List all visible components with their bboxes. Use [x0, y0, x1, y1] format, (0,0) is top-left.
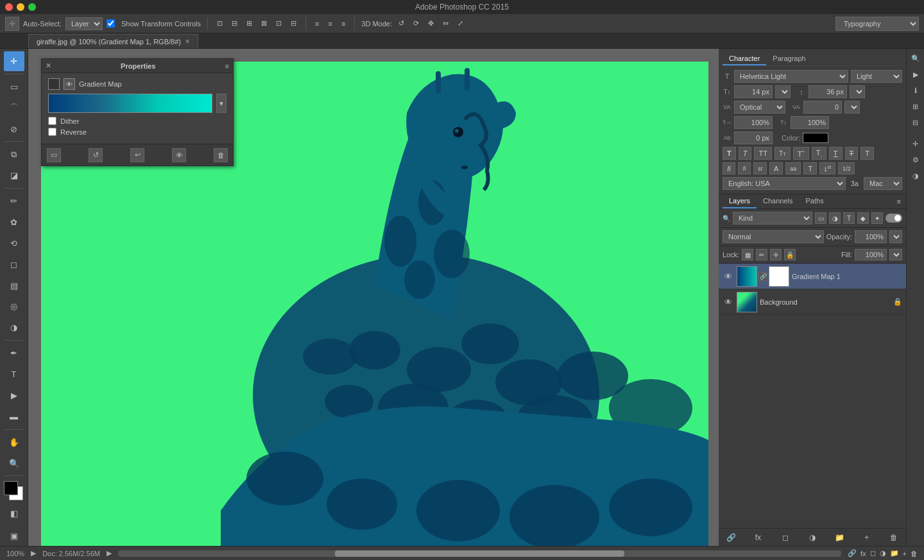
add-style-btn[interactable]: ▭: [47, 148, 61, 162]
rstrip-adjust-icon[interactable]: ◑: [909, 169, 923, 183]
foreground-color-swatch[interactable]: [4, 481, 18, 495]
3d-pan-btn[interactable]: ✥: [425, 18, 436, 29]
filter-adj-btn[interactable]: ◑: [829, 212, 841, 224]
visibility-btn[interactable]: 👁: [172, 148, 186, 162]
properties-panel-menu[interactable]: ≡: [225, 62, 229, 70]
clone-tool[interactable]: ✿: [4, 212, 24, 232]
opacity-unit[interactable]: ▼: [889, 230, 902, 243]
undo-btn[interactable]: ↩: [130, 148, 144, 162]
rstrip-move-icon[interactable]: ✛: [909, 137, 923, 151]
kerning-select[interactable]: Optical: [734, 101, 785, 114]
layer-visibility-gradient-map[interactable]: 👁: [723, 271, 734, 282]
tab-paths[interactable]: Paths: [800, 194, 830, 208]
align-middle-btn[interactable]: ⊡: [273, 18, 284, 29]
status-fx-btn[interactable]: fx: [860, 550, 866, 557]
document-tab[interactable]: giraffe.jpg @ 100% (Gradient Map 1, RGB/…: [28, 34, 198, 48]
gradient-bar[interactable]: [48, 94, 212, 113]
lasso-tool[interactable]: ⌒: [4, 98, 24, 118]
align-center-btn[interactable]: ⊟: [229, 18, 240, 29]
new-fill-btn[interactable]: ◑: [805, 530, 819, 545]
gradient-tool[interactable]: ▤: [4, 276, 24, 296]
font-family-select[interactable]: Helvetica Light: [734, 70, 848, 83]
dodge-tool[interactable]: ◑: [4, 318, 24, 337]
gradient-expand-btn[interactable]: ▼: [216, 94, 227, 113]
align-left-btn[interactable]: ⊡: [214, 18, 225, 29]
rotate-btn[interactable]: T: [860, 147, 874, 160]
status-folder-btn[interactable]: 📁: [890, 549, 899, 557]
scrollbar-thumb[interactable]: [335, 550, 624, 557]
ligature-fi2-btn[interactable]: fi: [738, 162, 751, 174]
3d-slide-btn[interactable]: ⇔: [440, 18, 451, 29]
italic-btn[interactable]: T: [739, 147, 752, 160]
rstrip-grid2-icon[interactable]: ⊟: [909, 115, 923, 130]
contextual-btn[interactable]: T: [803, 162, 817, 174]
h-scale-input[interactable]: 100%: [734, 116, 773, 129]
marquee-tool[interactable]: ▭: [4, 77, 24, 97]
hinting-select[interactable]: Mac: [864, 177, 902, 190]
lock-transparent-btn[interactable]: ▦: [742, 249, 753, 260]
crop-tool[interactable]: ⧉: [4, 144, 24, 164]
move-tool-icon[interactable]: ⊹: [5, 17, 19, 31]
subscript-btn[interactable]: T-: [812, 147, 826, 160]
delete-btn[interactable]: 🗑: [214, 148, 228, 162]
quickselect-tool[interactable]: ⊘: [4, 119, 24, 139]
oldstyle-btn[interactable]: aa: [785, 162, 801, 174]
add-mask-btn[interactable]: ◻: [778, 530, 792, 545]
font-style-select[interactable]: Light: [851, 70, 902, 83]
status-expand-btn[interactable]: ▶: [31, 549, 36, 557]
status-new-btn[interactable]: +: [903, 550, 907, 557]
layer-visibility-background[interactable]: 👁: [723, 296, 734, 308]
close-button[interactable]: [5, 3, 13, 11]
tab-channels[interactable]: Channels: [757, 194, 799, 208]
underline-btn[interactable]: T: [829, 147, 843, 160]
distribute-right-btn[interactable]: ≡: [339, 19, 348, 29]
allcaps-btn[interactable]: TT: [754, 147, 771, 160]
path-selection-tool[interactable]: ▶: [4, 386, 24, 405]
hand-tool[interactable]: ✋: [4, 432, 24, 452]
status-delete-btn[interactable]: 🗑: [911, 550, 918, 557]
filter-type-btn[interactable]: T: [843, 212, 855, 224]
fill-input[interactable]: 100%: [855, 249, 887, 260]
fractions-btn[interactable]: 1/2: [838, 162, 855, 174]
ligature-st-btn[interactable]: st: [753, 162, 767, 174]
history-brush-tool[interactable]: ⟲: [4, 233, 24, 253]
layer-background[interactable]: 👁 Background 🔒: [719, 289, 906, 315]
tab-character[interactable]: Character: [723, 53, 766, 65]
status-mask-btn[interactable]: ◻: [870, 549, 876, 557]
add-style-btn[interactable]: fx: [751, 530, 765, 545]
line-height-input[interactable]: 36 px: [809, 85, 847, 98]
eyedropper-tool[interactable]: ◪: [4, 165, 24, 185]
gradient-map-eye-icon[interactable]: 👁: [64, 78, 75, 90]
line-height-unit[interactable]: ▼: [850, 85, 865, 98]
align-bottom-btn[interactable]: ⊟: [288, 18, 299, 29]
tab-layers[interactable]: Layers: [723, 194, 757, 208]
align-top-btn[interactable]: ⊠: [259, 18, 270, 29]
tracking-unit[interactable]: ▼: [844, 101, 860, 114]
discretionary-btn[interactable]: A: [769, 162, 783, 174]
brush-tool[interactable]: ✏: [4, 191, 24, 211]
quick-mask-btn[interactable]: ◧: [4, 504, 24, 523]
layers-filter-select[interactable]: Kind: [733, 212, 812, 225]
new-layer-btn[interactable]: +: [860, 530, 874, 545]
rstrip-search-icon[interactable]: 🔍: [909, 51, 923, 65]
show-transform-checkbox[interactable]: [107, 19, 115, 28]
strikethrough-btn[interactable]: T: [845, 147, 859, 160]
layer-link-icon[interactable]: 🔗: [758, 272, 767, 281]
status-link-btn[interactable]: 🔗: [848, 549, 857, 557]
tab-paragraph[interactable]: Paragraph: [766, 53, 812, 65]
lock-position-btn[interactable]: ✛: [770, 249, 782, 260]
3d-scale-btn[interactable]: ⤢: [455, 18, 466, 29]
new-group-btn[interactable]: 📁: [832, 530, 846, 545]
dither-checkbox[interactable]: [48, 117, 56, 125]
auto-select-dropdown[interactable]: Layer: [65, 17, 103, 30]
blur-tool[interactable]: ◎: [4, 297, 24, 317]
rstrip-grid-icon[interactable]: ⊞: [909, 99, 923, 114]
distribute-center-btn[interactable]: ≡: [325, 19, 334, 29]
shape-tool[interactable]: ▬: [4, 407, 24, 427]
layers-filter-toggle[interactable]: [886, 214, 902, 223]
typography-dropdown[interactable]: Typography: [835, 17, 919, 31]
minimize-button[interactable]: [17, 3, 24, 11]
text-color-swatch[interactable]: [803, 133, 828, 143]
horizontal-scrollbar[interactable]: [118, 550, 841, 557]
filter-smart-btn[interactable]: ✦: [871, 212, 883, 224]
